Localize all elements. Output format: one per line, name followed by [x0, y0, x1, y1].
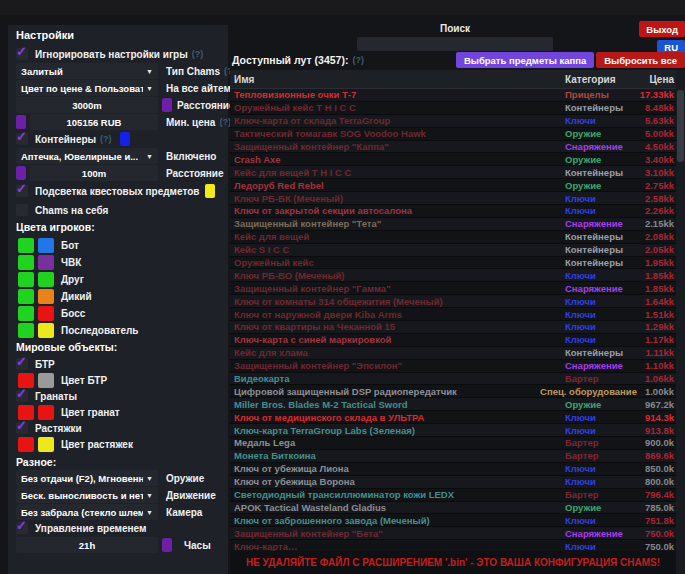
min-price-input[interactable]: 105156 RUB [30, 114, 158, 130]
table-row[interactable]: Оружейный кейс T H I C CКонтейнеры8.48kk [230, 102, 676, 115]
table-row[interactable]: Тактический томагавк SOG Voodoo HawkОруж… [230, 128, 676, 141]
table-row[interactable]: Ключ от убежища ВоронаКлючи800.0k [230, 476, 676, 489]
tripwire-color-swatch-1[interactable] [18, 437, 34, 452]
table-row[interactable]: Защищенный контейнер "Каппа"Снаряжение4.… [230, 141, 676, 154]
container-distance-input[interactable]: 100m [30, 165, 158, 181]
player-color-swatch-2[interactable] [38, 255, 54, 270]
help-hint[interactable]: (?) [192, 49, 204, 59]
table-row[interactable]: Ключ РБ-БК (Меченый)Ключи2.58kk [230, 192, 676, 205]
table-row[interactable]: Ключ РБ-ВО (Меченый)Ключи1.85kk [230, 269, 676, 282]
quest-highlight-checkbox[interactable]: ✓ [16, 185, 28, 197]
table-row[interactable]: ВидеокартаБартер1.06kk [230, 373, 676, 386]
table-row[interactable]: Цифровой защищенный DSP радиопередатчикС… [230, 385, 676, 398]
table-row[interactable]: Кейс S I C CКонтейнеры2.05kk [230, 244, 676, 257]
min-price-color-swatch[interactable] [16, 115, 26, 129]
table-row[interactable]: Оружейный кейсКонтейнеры1.95kk [230, 257, 676, 270]
btr-checkbox[interactable]: ✓ [16, 358, 28, 370]
column-header-category[interactable]: Категория [565, 74, 637, 85]
player-color-swatch-1[interactable] [18, 323, 34, 338]
distance-color-swatch[interactable] [162, 98, 172, 112]
table-row[interactable]: Кейс для хламаКонтейнеры1.11kk [230, 347, 676, 360]
player-color-swatch-1[interactable] [18, 289, 34, 304]
table-row[interactable]: Защищенный контейнер "Тета"Снаряжение2.1… [230, 218, 676, 231]
movement-mode-dropdown[interactable]: Беск. выносливость и нет уста ▼ [16, 487, 158, 503]
column-header-name[interactable]: Имя [230, 74, 565, 85]
color-mode-dropdown[interactable]: Цвет по цене & Пользователь ▼ [16, 80, 158, 96]
search-input[interactable] [357, 37, 553, 51]
player-color-swatch-2[interactable] [38, 289, 54, 304]
player-color-swatch-1[interactable] [18, 255, 34, 270]
btr-color-swatch-2[interactable] [38, 373, 54, 388]
table-row[interactable]: Кейс для вещей T H I C CКонтейнеры3.10kk [230, 166, 676, 179]
ignore-game-settings-checkbox[interactable]: ✓ [16, 48, 28, 60]
container-filter-row: Аптечка, Ювелирные и... ▼ Включено [16, 148, 220, 164]
container-filter-dropdown[interactable]: Аптечка, Ювелирные и... ▼ [16, 148, 158, 164]
item-name: Ключ от комнаты 314 общежития (Меченый) [230, 296, 565, 307]
tripwire-color-swatch-2[interactable] [38, 437, 54, 452]
containers-checkbox[interactable]: ✓ [16, 133, 28, 145]
table-row[interactable]: APOK Tactical Wasteland GladiusОружие785… [230, 502, 676, 515]
chams-type-dropdown[interactable]: Залитый ▼ [16, 63, 158, 79]
player-color-swatch-2[interactable] [38, 306, 54, 321]
quest-highlight-label: Подсветка квестовых предметов [35, 186, 199, 197]
player-color-swatch-2[interactable] [38, 238, 54, 253]
table-row[interactable]: Защищенный контейнер "Эпсилон"Снаряжение… [230, 360, 676, 373]
table-row[interactable]: Ключ от наружной двери Kiba ArmsКлючи1.5… [230, 308, 676, 321]
table-row[interactable]: Кейс для вещейКонтейнеры2.08kk [230, 231, 676, 244]
table-row[interactable]: Ключ-карта с синей маркировкойКлючи1.17k… [230, 334, 676, 347]
item-category: Бартер [565, 450, 637, 461]
containers-color-swatch[interactable] [120, 132, 130, 146]
hours-input[interactable]: 21h [16, 537, 158, 553]
camera-mode-dropdown[interactable]: Без забрала (стекло шлема) ▼ [16, 504, 158, 520]
drop-all-button[interactable]: Выбросить все [596, 52, 685, 68]
player-color-swatch-2[interactable] [38, 272, 54, 287]
table-row[interactable]: Crash AxeОружие3.40kk [230, 153, 676, 166]
player-color-swatch-1[interactable] [18, 238, 34, 253]
time-control-label: Управление временем [35, 523, 146, 534]
table-row[interactable]: Miller Bros. Blades M-2 Tactical SwordОр… [230, 398, 676, 411]
table-row[interactable]: Ключ от квартиры на Чеканной 15Ключи1.29… [230, 321, 676, 334]
table-row[interactable]: Защищенный контейнер "Бета"Снаряжение750… [230, 527, 676, 540]
scrollbar-thumb[interactable] [677, 90, 684, 162]
exit-button[interactable]: Выход [639, 21, 685, 37]
time-control-checkbox[interactable]: ✓ [16, 522, 28, 534]
self-chams-checkbox[interactable] [16, 204, 28, 216]
table-row[interactable]: Ключ от комнаты 314 общежития (Меченый)К… [230, 295, 676, 308]
hours-color-swatch[interactable] [162, 538, 172, 552]
table-row[interactable]: Ключ от заброшенного завода (Меченый)Клю… [230, 514, 676, 527]
table-row[interactable]: Монета БиткоинаБартер869.6k [230, 450, 676, 463]
player-color-swatch-1[interactable] [18, 306, 34, 321]
container-distance-color-swatch[interactable] [16, 166, 26, 180]
item-name: Ключ РБ-ВО (Меченый) [230, 270, 565, 281]
table-row[interactable]: Ключ-карта TerraGroup Labs (Зеленая)Ключ… [230, 424, 676, 437]
table-scrollbar[interactable] [676, 70, 685, 574]
table-row[interactable]: Тепловизионные очки Т-7Прицелы17.33kk [230, 89, 676, 102]
btr-label: БТР [35, 359, 55, 370]
table-row[interactable]: Ледоруб Red RebelОружие2.75kk [230, 179, 676, 192]
min-price-label: Мин. цена [166, 117, 215, 128]
column-header-price[interactable]: Цена [637, 74, 676, 85]
camera-mode-value: Без забрала (стекло шлема) [21, 507, 143, 518]
help-hint[interactable]: (?) [352, 55, 364, 65]
table-row[interactable]: Светодиодный трансиллюминатор кожи LEDXБ… [230, 489, 676, 502]
help-hint[interactable]: (?) [100, 134, 112, 144]
player-color-swatch-2[interactable] [38, 323, 54, 338]
table-row[interactable]: Медаль LegaБартер900.0k [230, 437, 676, 450]
grenades-checkbox[interactable]: ✓ [16, 390, 28, 402]
grenade-color-swatch-2[interactable] [38, 405, 54, 420]
table-row[interactable]: Ключ-карта от склада TerraGroupКлючи5.63… [230, 115, 676, 128]
player-color-swatch-1[interactable] [18, 272, 34, 287]
weapon-mode-label: Оружие [166, 473, 204, 484]
table-row[interactable]: Ключ от убежища ЛионаКлючи850.0k [230, 463, 676, 476]
quest-highlight-color-swatch[interactable] [205, 184, 215, 198]
tripwires-checkbox[interactable]: ✓ [16, 422, 28, 434]
checkmark-icon: ✓ [16, 518, 27, 533]
table-row[interactable]: Ключ от медицинского склада в УЛЬТРАКлюч… [230, 411, 676, 424]
table-row[interactable]: Защищенный контейнер "Гамма"Снаряжение1.… [230, 282, 676, 295]
table-row[interactable]: Ключ-карта…Ключи750.0k [230, 540, 676, 551]
item-name: Оружейный кейс [230, 257, 565, 268]
table-row[interactable]: Ключ от закрытой секции автосалонаКлючи2… [230, 205, 676, 218]
select-kappa-items-button[interactable]: Выбрать предметы каппа [456, 52, 594, 68]
distance-input[interactable]: 3000m [16, 97, 158, 113]
weapon-mode-dropdown[interactable]: Без отдачи (F2), Мгновенное п ▼ [16, 470, 158, 486]
